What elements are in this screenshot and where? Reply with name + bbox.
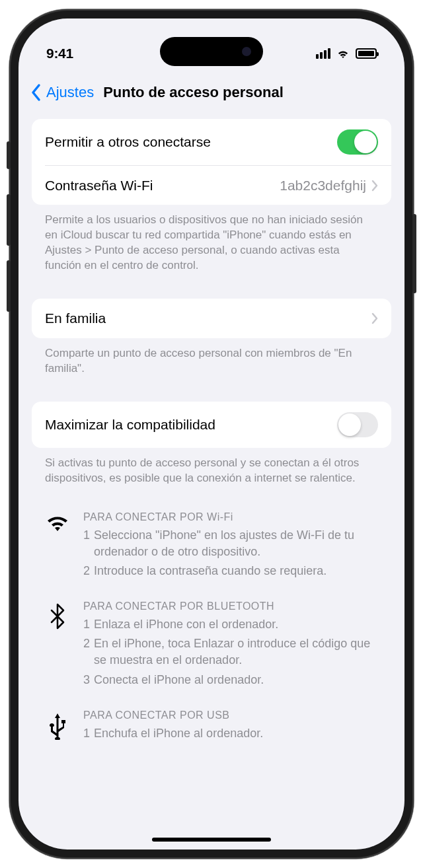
screen: 9:41 Ajustes Punto de acceso personal [19, 18, 404, 850]
nav-bar: Ajustes Punto de acceso personal [19, 71, 404, 111]
allow-others-toggle[interactable] [337, 129, 378, 155]
allow-others-row[interactable]: Permitir a otros conectarse [32, 119, 391, 165]
back-chevron-icon[interactable] [30, 83, 42, 102]
usb-icon [45, 709, 70, 744]
battery-icon [356, 48, 377, 59]
dynamic-island [160, 37, 263, 66]
bluetooth-instructions: PARA CONECTAR POR BLUETOOTH 1Enlaza el i… [32, 600, 391, 691]
allow-others-footer: Permite a los usuarios o dispositivos qu… [32, 205, 391, 281]
maximize-compat-row[interactable]: Maximizar la compatibilidad [32, 402, 391, 448]
home-indicator[interactable] [152, 838, 271, 842]
iphone-frame: 9:41 Ajustes Punto de acceso personal [9, 9, 414, 859]
bt-step-3: Conecta el iPhone al ordenador. [94, 672, 264, 688]
wifi-instructions: PARA CONECTAR POR Wi-Fi 1Selecciona "iPh… [32, 511, 391, 583]
wifi-instructions-title: PARA CONECTAR POR Wi-Fi [83, 511, 378, 523]
usb-instructions-title: PARA CONECTAR POR USB [83, 709, 378, 721]
wifi-icon [45, 511, 70, 583]
status-time: 9:41 [46, 46, 73, 61]
family-sharing-label: En familia [45, 310, 106, 326]
chevron-right-icon [371, 312, 378, 324]
back-button[interactable]: Ajustes [46, 84, 94, 101]
family-sharing-row[interactable]: En familia [32, 299, 391, 338]
bt-step-1: Enlaza el iPhone con el ordenador. [94, 616, 278, 633]
usb-step-1: Enchufa el iPhone al ordenador. [94, 725, 263, 742]
maximize-compat-label: Maximizar la compatibilidad [45, 417, 215, 433]
family-sharing-footer: Comparte un punto de acceso personal con… [32, 338, 391, 384]
usb-instructions: PARA CONECTAR POR USB 1Enchufa el iPhone… [32, 709, 391, 744]
maximize-compat-toggle[interactable] [337, 412, 378, 437]
wifi-icon [336, 48, 350, 59]
bt-step-2: En el iPhone, toca Enlazar o introduce e… [94, 635, 378, 669]
wifi-password-value: 1ab2c3defghij [280, 178, 366, 194]
cellular-signal-icon [316, 48, 330, 59]
bluetooth-icon [45, 600, 70, 691]
wifi-step-1: Selecciona "iPhone" en los ajustes de Wi… [94, 527, 378, 560]
page-title: Punto de acceso personal [103, 84, 284, 101]
bluetooth-instructions-title: PARA CONECTAR POR BLUETOOTH [83, 600, 378, 612]
maximize-compat-footer: Si activas tu punto de acceso personal y… [32, 448, 391, 494]
wifi-password-label: Contraseña Wi-Fi [45, 178, 153, 194]
chevron-right-icon [371, 180, 378, 192]
wifi-step-2: Introduce la contraseña cuando se requie… [94, 563, 327, 579]
wifi-password-row[interactable]: Contraseña Wi-Fi 1ab2c3defghij [45, 165, 391, 205]
allow-others-label: Permitir a otros conectarse [45, 134, 211, 150]
